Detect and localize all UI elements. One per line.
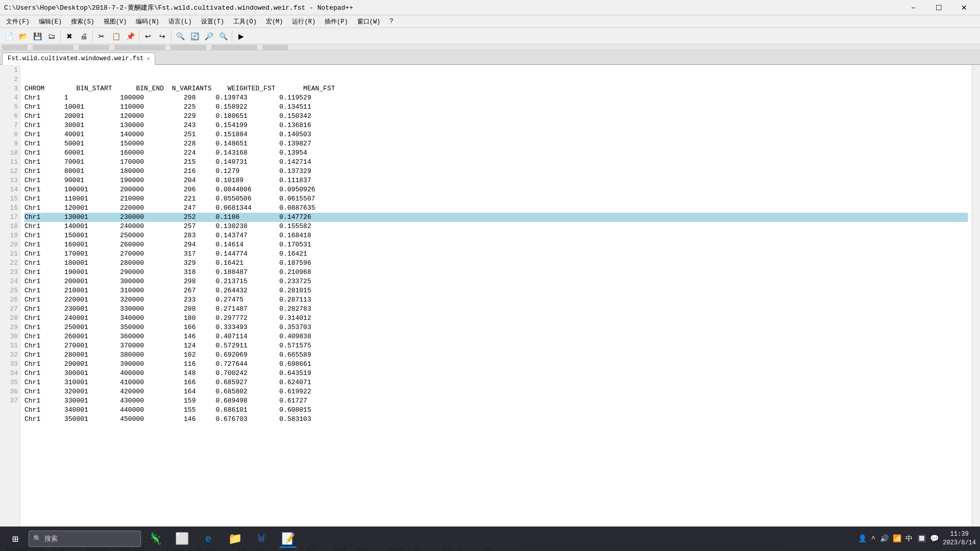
table-row: Chr1 90001 190000 204 0.10189 0.111837 [24, 176, 968, 185]
toolbar-sep-5 [232, 31, 232, 42]
menu-item-s[interactable]: 搜索(S) [67, 16, 99, 27]
taskbar-clock[interactable]: 11:39 2023/8/14 [943, 530, 976, 547]
table-row: Chr1 280001 380000 102 0.692069 0.665589 [24, 350, 968, 360]
new-button[interactable]: 📄 [2, 30, 15, 43]
minimize-button[interactable]: − [901, 0, 925, 15]
close-doc-button[interactable]: ✖ [63, 30, 76, 43]
taskbar-app-notepad[interactable]: 📝 [276, 529, 300, 549]
explorer-icon: 📁 [227, 531, 243, 547]
menu-item-w[interactable]: 窗口(W) [353, 16, 385, 27]
table-row: Chr1 150001 250000 283 0.143747 0.168418 [24, 231, 968, 240]
redo-button[interactable]: ↪ [156, 30, 169, 43]
table-row: Chr1 60001 160000 224 0.143168 0.13954 [24, 148, 968, 158]
toolbar-sep-1 [60, 31, 61, 42]
table-row: Chr1 340001 440000 155 0.686101 0.608015 [24, 406, 968, 415]
table-row: Chr1 20001 120000 229 0.180651 0.150342 [24, 112, 968, 121]
table-row: Chr1 180001 280000 329 0.16421 0.187596 [24, 259, 968, 268]
notepad-icon: 📝 [280, 531, 296, 547]
thumb-item[interactable] [211, 45, 257, 50]
table-row: Chr1 310001 410000 166 0.685927 0.624071 [24, 378, 968, 387]
taskbar: ⊞ 🔍 搜索 🦎 ⬜ e 📁 W 📝 👤 ^ 🔊 📶 中 🔲 💬 11:39 2… [0, 527, 980, 551]
menu-item-f[interactable]: 文件(F) [2, 16, 34, 27]
table-row: Chr1 120001 220000 247 0.0681344 0.08876… [24, 204, 968, 213]
toolbar-sep-3 [139, 31, 139, 42]
system-tray-icons: 👤 ^ 🔊 📶 中 🔲 💬 [858, 534, 939, 543]
table-row: Chr1 350001 450000 146 0.676703 0.583103 [24, 415, 968, 424]
replace-button[interactable]: 🔄 [188, 30, 201, 43]
run-button[interactable]: ▶ [234, 30, 248, 43]
taskbar-app-word[interactable]: W [249, 529, 274, 549]
zoom-in-button[interactable]: 🔎 [202, 30, 215, 43]
scrollbar-vertical[interactable] [972, 65, 980, 543]
thumb-item[interactable] [79, 45, 109, 50]
menu-item-[interactable]: ? [385, 17, 397, 26]
tab-label: Fst.wild.cultivated.windowed.weir.fst [8, 55, 143, 62]
table-row: Chr1 270001 370000 124 0.572911 0.571575 [24, 341, 968, 350]
table-row: Chr1 100001 200000 206 0.0844806 0.09509… [24, 185, 968, 194]
table-row: Chr1 330001 430000 159 0.689498 0.61727 [24, 396, 968, 406]
menu-item-n[interactable]: 编码(N) [132, 16, 163, 27]
table-row: Chr1 230001 330000 208 0.271487 0.282783 [24, 305, 968, 314]
table-row: Chr1 300001 400000 148 0.700242 0.643519 [24, 369, 968, 378]
toolbar-sep-2 [92, 31, 93, 42]
menu-item-o[interactable]: 工具(O) [229, 16, 261, 27]
cut-button[interactable]: ✂ [95, 30, 108, 43]
toolbar: 📄 📂 💾 🗂 ✖ 🖨 ✂ 📋 📌 ↩ ↪ 🔍 🔄 🔎 🔍 ▶ [0, 28, 980, 44]
find-button[interactable]: 🔍 [174, 30, 187, 43]
tab-close-icon[interactable]: ✕ [146, 56, 150, 62]
table-row: Chr1 200001 300000 298 0.213715 0.233725 [24, 277, 968, 286]
table-row: Chr1 320001 420000 164 0.685802 0.619922 [24, 387, 968, 396]
editor-content[interactable]: CHROM BIN_START BIN_END N_VARIANTS WEIGH… [20, 65, 972, 543]
thumb-item[interactable] [262, 45, 288, 50]
print-button[interactable]: 🖨 [77, 30, 90, 43]
close-button[interactable]: ✕ [952, 0, 976, 15]
window-controls: − ☐ ✕ [901, 0, 976, 15]
menu-bar: 文件(F)编辑(E)搜索(S)视图(V)编码(N)语言(L)设置(T)工具(O)… [0, 15, 980, 28]
table-row: Chr1 40001 140000 251 0.151884 0.140503 [24, 130, 968, 139]
taskbar-app-edge[interactable]: e [196, 529, 220, 549]
table-row: Chr1 260001 360000 146 0.407114 0.409838 [24, 332, 968, 341]
taskbar-search[interactable]: 🔍 搜索 [29, 531, 141, 547]
thumb-item[interactable] [114, 45, 165, 50]
menu-item-t[interactable]: 设置(T) [197, 16, 229, 27]
taskbar-app-dinosaur[interactable]: 🦎 [143, 529, 167, 549]
start-button[interactable]: ⊞ [4, 528, 27, 550]
table-row: Chr1 290001 390000 116 0.727644 0.698661 [24, 360, 968, 369]
open-button[interactable]: 📂 [16, 30, 30, 43]
dinosaur-icon: 🦎 [147, 531, 163, 547]
table-row: Chr1 130001 230000 252 0.1186 0.147726 [24, 213, 968, 222]
thumb-item[interactable] [170, 45, 206, 50]
table-row: Chr1 10001 110000 225 0.158922 0.134511 [24, 103, 968, 112]
toolbar-sep-4 [171, 31, 172, 42]
line-numbers: 1234567891011121314151617181920212223242… [0, 65, 20, 543]
menu-item-r[interactable]: 运行(R) [288, 16, 320, 27]
thumb-item[interactable] [2, 45, 28, 50]
edge-icon: e [200, 531, 216, 547]
menu-item-p[interactable]: 插件(P) [321, 16, 352, 27]
table-row: Chr1 170001 270000 317 0.144774 0.16421 [24, 249, 968, 259]
table-row: Chr1 1 100000 208 0.139743 0.119529 [24, 93, 968, 103]
menu-item-e[interactable]: 编辑(E) [35, 16, 66, 27]
paste-button[interactable]: 📌 [124, 30, 137, 43]
thumb-item[interactable] [33, 45, 74, 50]
taskview-icon: ⬜ [174, 531, 190, 547]
table-row: Chr1 160001 260000 294 0.14614 0.170531 [24, 240, 968, 249]
taskbar-app-taskview[interactable]: ⬜ [169, 529, 194, 549]
thumb-strip [0, 44, 980, 51]
title-text: C:\Users\Hope\Desktop\2018-7-2-黄酮建库\Fst.… [4, 3, 353, 12]
save-button[interactable]: 💾 [31, 30, 44, 43]
table-row: Chr1 70001 170000 215 0.140731 0.142714 [24, 158, 968, 167]
maximize-button[interactable]: ☐ [927, 0, 950, 15]
menu-item-m[interactable]: 宏(M) [262, 16, 287, 27]
save-all-button[interactable]: 🗂 [45, 30, 58, 43]
taskbar-app-explorer[interactable]: 📁 [223, 529, 247, 549]
active-tab[interactable]: Fst.wild.cultivated.windowed.weir.fst ✕ [2, 53, 155, 65]
editor-area: 1234567891011121314151617181920212223242… [0, 65, 980, 543]
table-row: Chr1 110001 210000 221 0.0550506 0.06155… [24, 194, 968, 204]
undo-button[interactable]: ↩ [141, 30, 155, 43]
menu-item-l[interactable]: 语言(L) [164, 16, 196, 27]
zoom-out-button[interactable]: 🔍 [216, 30, 230, 43]
copy-button[interactable]: 📋 [109, 30, 122, 43]
menu-item-v[interactable]: 视图(V) [100, 16, 131, 27]
search-icon: 🔍 [33, 535, 41, 543]
